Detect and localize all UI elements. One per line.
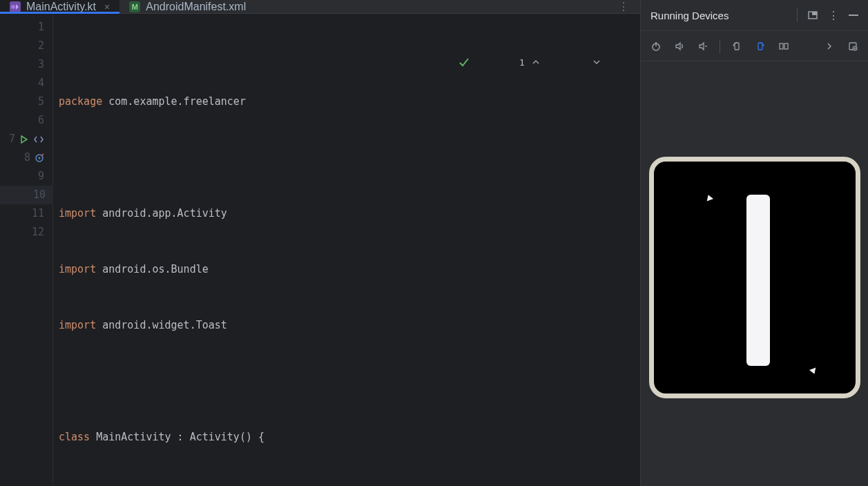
device-settings-icon[interactable] [846, 39, 860, 53]
svg-point-2 [39, 157, 41, 159]
line-number: 3 [29, 55, 44, 74]
line-number: 2 [29, 37, 44, 55]
more-icon[interactable]: ⋮ [828, 9, 839, 22]
svg-rect-11 [784, 43, 788, 49]
separator [720, 39, 720, 53]
gutter: 1 2 3 4 5 6 7 8 9 [0, 14, 53, 486]
rotate-left-icon[interactable] [730, 39, 744, 53]
emulator-popup [746, 195, 770, 366]
code-token: import [59, 316, 96, 335]
volume-down-icon[interactable] [696, 39, 710, 53]
line-number: 10 [30, 186, 46, 204]
code-token: package [59, 93, 102, 111]
separator [797, 8, 798, 22]
manifest-file-icon: M [129, 1, 140, 12]
emulator-frame[interactable] [649, 157, 860, 398]
tab-mainactivity[interactable]: MainActivity.kt × [0, 0, 119, 13]
line-number: 9 [29, 167, 44, 186]
editor-body: 1 2 3 4 5 6 7 8 9 [0, 14, 640, 486]
close-icon[interactable]: × [104, 1, 110, 12]
line-number: 7 [0, 130, 15, 148]
device-viewport[interactable] [641, 61, 868, 486]
kotlin-file-icon [10, 1, 21, 12]
code-tag-icon[interactable] [33, 135, 44, 144]
code-view[interactable]: 1 package com.example.freelancer import … [53, 14, 656, 486]
cursor-icon [704, 193, 713, 201]
editor-tabs: MainActivity.kt × M AndroidManifest.xml … [0, 0, 640, 14]
line-number: 5 [29, 93, 44, 111]
code-token: android.os.Bundle [96, 260, 209, 279]
code-token: android.app.Activity [96, 204, 227, 223]
check-icon [459, 19, 512, 105]
svg-rect-9 [758, 43, 762, 50]
rotate-right-icon[interactable] [753, 39, 767, 53]
expand-toolbar-icon[interactable] [822, 39, 836, 53]
minimize-icon[interactable] [849, 14, 858, 16]
next-highlight-icon[interactable] [592, 21, 646, 104]
line-number: 12 [29, 223, 44, 242]
svg-point-0 [11, 5, 15, 9]
tab-label: MainActivity.kt [26, 1, 96, 13]
running-devices-panel: Running Devices ⋮ [641, 0, 868, 486]
line-number: 11 [29, 204, 44, 223]
inspection-count: 1 [519, 53, 525, 72]
tabs-more-icon[interactable]: ⋮ [608, 0, 640, 13]
svg-rect-8 [735, 43, 739, 50]
volume-up-icon[interactable] [673, 39, 686, 53]
line-number: 8 [15, 148, 30, 167]
inspection-widget[interactable]: 1 [459, 19, 647, 105]
editor-area: MainActivity.kt × M AndroidManifest.xml … [0, 0, 641, 486]
svg-rect-4 [812, 12, 817, 15]
devices-header: Running Devices ⋮ [641, 0, 868, 31]
code-token: MainActivity : Activity() { [90, 428, 264, 447]
code-token: com.example.freelancer [102, 93, 246, 111]
svg-rect-10 [780, 43, 783, 49]
prev-highlight-icon[interactable] [532, 21, 586, 104]
tab-label: AndroidManifest.xml [146, 1, 246, 13]
run-gutter-icon[interactable] [19, 135, 29, 144]
line-number: 1 [29, 18, 44, 37]
panel-title: Running Devices [650, 10, 787, 21]
tab-manifest[interactable]: M AndroidManifest.xml × [119, 0, 269, 13]
cursor-icon [809, 367, 817, 375]
fold-posture-icon[interactable] [777, 39, 791, 53]
override-gutter-icon[interactable] [35, 153, 44, 163]
device-toolbar [641, 31, 868, 61]
code-token: android.widget.Toast [96, 316, 227, 335]
line-number: 4 [29, 74, 44, 93]
code-token: class [59, 428, 90, 447]
window-mode-icon[interactable] [807, 10, 818, 21]
code-token: import [59, 260, 96, 279]
line-number: 6 [29, 111, 44, 130]
code-token: import [59, 204, 96, 223]
